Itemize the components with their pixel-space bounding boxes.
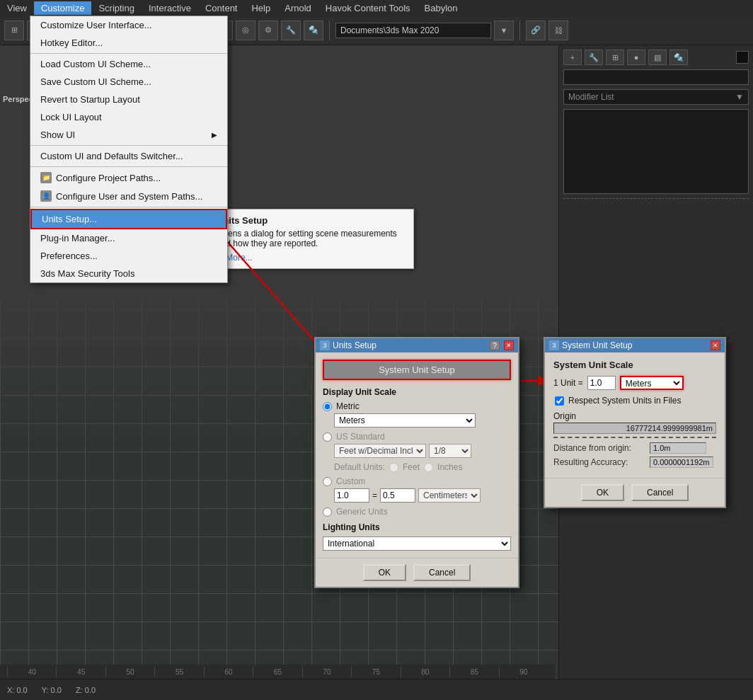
dm-hotkey-editor[interactable]: Hotkey Editor...	[30, 34, 227, 52]
tb-render2[interactable]: ⚙	[258, 21, 278, 40]
dm-label: Custom UI and Defaults Switcher...	[40, 151, 183, 161]
respect-checkbox[interactable]	[555, 396, 564, 406]
system-unit-ok-btn[interactable]: OK	[581, 484, 624, 501]
system-unit-setup-btn[interactable]: System Unit Setup	[323, 360, 511, 380]
custom-val1[interactable]	[334, 488, 369, 503]
lighting-select[interactable]: International American	[323, 537, 511, 551]
menu-interactive[interactable]: Interactive	[142, 1, 198, 15]
dm-label: Hotkey Editor...	[40, 38, 103, 48]
us-standard-label: US Standard	[336, 432, 385, 442]
custom-radio[interactable]	[323, 477, 332, 486]
respect-label: Respect System Units in Files	[568, 396, 681, 406]
ruler-mark-40: 40	[7, 667, 56, 677]
rp-display-btn[interactable]: ▤	[648, 50, 667, 65]
rp-color-swatch[interactable]	[736, 51, 749, 64]
accuracy-row: Resulting Accuracy: 0.0000001192m	[553, 457, 716, 468]
unit-value-input[interactable]	[587, 376, 616, 390]
inches-radio[interactable]	[424, 463, 433, 472]
metric-select-row: Millimeters Centimeters Meters Kilometer…	[334, 413, 511, 428]
dm-label: Configure User and System Paths...	[56, 191, 202, 202]
dm-lock-ui[interactable]: Lock UI Layout	[30, 108, 227, 126]
units-setup-dialog: 3 Units Setup ? ✕ System Unit Setup Disp…	[314, 337, 519, 588]
origin-value: 16777214.9999999981m	[626, 423, 713, 433]
rp-search-input[interactable]	[563, 69, 749, 85]
feet-radio[interactable]	[389, 463, 398, 472]
system-unit-close-btn[interactable]: ✕	[711, 340, 720, 350]
dm-plugin-manager[interactable]: Plug-in Manager...	[30, 229, 227, 247]
dm-label: Save Custom UI Scheme...	[40, 76, 151, 87]
ruler-mark-65: 65	[253, 667, 301, 677]
generic-radio[interactable]	[323, 507, 332, 517]
units-setup-close-btn[interactable]: ✕	[504, 340, 514, 350]
tb-render1[interactable]: ◎	[236, 21, 255, 40]
menu-babylon[interactable]: Babylon	[418, 1, 465, 15]
tb-link2[interactable]: ⛓	[548, 21, 568, 40]
tb-snap1[interactable]: ⊞	[4, 21, 24, 40]
metric-group: Metric Millimeters Centimeters Meters Ki…	[323, 401, 511, 428]
tb-render3[interactable]: 🔧	[281, 21, 301, 40]
dm-show-ui[interactable]: Show UI	[30, 126, 227, 144]
dm-load-ui[interactable]: Load Custom UI Scheme...	[30, 55, 227, 73]
tb-path-arrow[interactable]: ▼	[494, 21, 514, 40]
menu-customize[interactable]: Customize	[34, 1, 91, 15]
dm-revert-layout[interactable]: Revert to Startup Layout	[30, 91, 227, 108]
ruler-mark-85: 85	[449, 667, 498, 677]
metric-radio[interactable]	[323, 402, 332, 411]
dm-project-paths[interactable]: 📁 Configure Project Paths...	[30, 168, 227, 187]
dm-sep2	[30, 145, 227, 146]
units-setup-ok-btn[interactable]: OK	[363, 564, 406, 581]
menu-arnold[interactable]: Arnold	[277, 1, 318, 15]
fraction-select[interactable]: 1/8	[429, 444, 471, 458]
dm-label: 3ds Max Security Tools	[40, 268, 134, 279]
us-standard-select[interactable]: Feet w/Decimal Inches	[334, 444, 426, 458]
dropdown-menu: Customize User Interface... Hotkey Edito…	[30, 16, 228, 283]
dm-label: Lock UI Layout	[40, 112, 102, 122]
system-unit-cancel-btn[interactable]: Cancel	[631, 484, 689, 501]
system-unit-body: System Unit Scale 1 Unit = Millimeters C…	[545, 352, 725, 478]
us-standard-radio-row: US Standard	[323, 432, 511, 442]
origin-slider[interactable]: 16777214.9999999981m	[553, 423, 716, 434]
menu-havok[interactable]: Havok Content Tools	[318, 1, 418, 15]
ruler-mark-60: 60	[204, 667, 253, 677]
rp-modifier-list-label: Modifier List	[568, 92, 614, 102]
tb-link1[interactable]: 🔗	[526, 21, 546, 40]
unit-type-select[interactable]: Millimeters Centimeters Meters Kilometer…	[620, 376, 684, 390]
dm-customize-ui[interactable]: Customize User Interface...	[30, 16, 227, 34]
rp-create-btn[interactable]: +	[563, 50, 582, 65]
tb-render4[interactable]: 🔩	[304, 21, 323, 40]
menu-view[interactable]: View	[0, 1, 34, 15]
rp-modify-btn[interactable]: 🔧	[585, 50, 603, 65]
ruler-mark-80: 80	[401, 667, 449, 677]
menu-help[interactable]: Help	[244, 1, 277, 15]
dm-preferences[interactable]: Preferences...	[30, 247, 227, 265]
rp-motion-btn[interactable]: ●	[627, 50, 645, 65]
units-setup-cancel-btn[interactable]: Cancel	[413, 564, 471, 581]
system-unit-titlebar: 3 System Unit Setup ✕	[545, 338, 725, 352]
dm-user-paths[interactable]: 👤 Configure User and System Paths...	[30, 187, 227, 205]
dm-label: Configure Project Paths...	[56, 173, 161, 183]
menu-content[interactable]: Content	[198, 1, 245, 15]
dm-save-ui[interactable]: Save Custom UI Scheme...	[30, 73, 227, 91]
rp-hierarchy-btn[interactable]: ⊞	[606, 50, 624, 65]
custom-val2[interactable]	[380, 488, 415, 503]
ruler-mark-70: 70	[302, 667, 351, 677]
distance-value: 1.0m	[650, 442, 706, 454]
path-input[interactable]	[335, 23, 491, 38]
custom-unit-select[interactable]: Centimeters	[418, 488, 481, 503]
tooltip-more-link[interactable]: More...	[217, 253, 406, 263]
dm-custom-defaults[interactable]: Custom UI and Defaults Switcher...	[30, 147, 227, 165]
menu-scripting[interactable]: Scripting	[91, 1, 142, 15]
folder-icon: 📁	[40, 172, 52, 183]
dm-security[interactable]: 3ds Max Security Tools	[30, 265, 227, 282]
generic-group: Generic Units	[323, 507, 511, 517]
dm-units-setup[interactable]: Units Setup...	[30, 209, 227, 229]
distance-row: Distance from origin: 1.0m	[553, 442, 716, 454]
dm-label: Customize User Interface...	[40, 20, 152, 30]
dm-sep1	[30, 53, 227, 54]
units-setup-help-btn[interactable]: ?	[490, 340, 500, 350]
us-standard-radio[interactable]	[323, 432, 332, 442]
system-unit-scale-row: 1 Unit = Millimeters Centimeters Meters …	[553, 376, 716, 390]
rp-modifier-list-arrow[interactable]: ▼	[735, 92, 744, 102]
metric-select[interactable]: Millimeters Centimeters Meters Kilometer…	[334, 413, 476, 428]
rp-utility-btn[interactable]: 🔩	[669, 50, 688, 65]
